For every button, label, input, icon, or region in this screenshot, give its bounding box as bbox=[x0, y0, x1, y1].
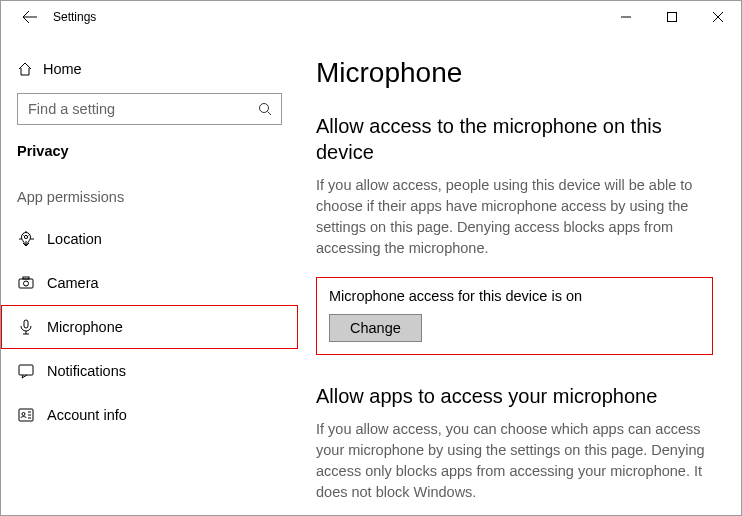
titlebar: Settings bbox=[1, 1, 741, 33]
svg-point-4 bbox=[24, 281, 29, 286]
settings-window: Settings Home bbox=[0, 0, 742, 516]
section-desc: If you allow access, people using this d… bbox=[316, 175, 713, 259]
home-label: Home bbox=[43, 61, 82, 77]
minimize-icon bbox=[621, 12, 631, 22]
sidebar: Home Privacy App permissions Location bbox=[1, 33, 298, 515]
window-controls bbox=[603, 1, 741, 33]
svg-rect-7 bbox=[19, 365, 33, 375]
device-access-status: Microphone access for this device is on bbox=[329, 288, 700, 304]
notifications-icon bbox=[17, 362, 47, 380]
search-input[interactable] bbox=[26, 100, 257, 118]
svg-point-9 bbox=[22, 413, 25, 416]
close-icon bbox=[713, 12, 723, 22]
body: Home Privacy App permissions Location bbox=[1, 33, 741, 515]
sidebar-item-label: Camera bbox=[47, 275, 99, 291]
section-allow-apps: Allow apps to access your microphone If … bbox=[316, 383, 713, 503]
svg-point-1 bbox=[260, 104, 269, 113]
section-allow-device: Allow access to the microphone on this d… bbox=[316, 113, 713, 355]
back-button[interactable] bbox=[15, 9, 45, 25]
sidebar-item-location[interactable]: Location bbox=[1, 217, 298, 261]
svg-rect-6 bbox=[24, 320, 28, 328]
microphone-icon bbox=[17, 318, 47, 336]
close-button[interactable] bbox=[695, 1, 741, 33]
sidebar-item-camera[interactable]: Camera bbox=[1, 261, 298, 305]
sidebar-item-notifications[interactable]: Notifications bbox=[1, 349, 298, 393]
app-title: Settings bbox=[53, 10, 96, 24]
change-button[interactable]: Change bbox=[329, 314, 422, 342]
camera-icon bbox=[17, 274, 47, 292]
svg-rect-0 bbox=[668, 13, 677, 22]
home-link[interactable]: Home bbox=[1, 51, 298, 87]
search-icon bbox=[257, 101, 273, 117]
sidebar-item-account-info[interactable]: Account info bbox=[1, 393, 298, 437]
search-wrap bbox=[17, 93, 282, 125]
svg-rect-3 bbox=[19, 279, 33, 288]
maximize-button[interactable] bbox=[649, 1, 695, 33]
section-desc: If you allow access, you can choose whic… bbox=[316, 419, 713, 503]
main-content: Microphone Allow access to the microphon… bbox=[298, 33, 741, 515]
sidebar-item-label: Account info bbox=[47, 407, 127, 423]
device-access-status-box: Microphone access for this device is on … bbox=[316, 277, 713, 355]
category-title: Privacy bbox=[1, 143, 298, 159]
search-box[interactable] bbox=[17, 93, 282, 125]
sidebar-item-label: Microphone bbox=[47, 319, 123, 335]
account-info-icon bbox=[17, 406, 47, 424]
back-arrow-icon bbox=[22, 9, 38, 25]
section-title: Allow apps to access your microphone bbox=[316, 383, 713, 409]
sidebar-item-label: Notifications bbox=[47, 363, 126, 379]
home-icon bbox=[17, 61, 43, 77]
maximize-icon bbox=[667, 12, 677, 22]
section-label: App permissions bbox=[1, 189, 298, 205]
svg-point-2 bbox=[24, 235, 27, 238]
page-title: Microphone bbox=[316, 57, 713, 89]
section-title: Allow access to the microphone on this d… bbox=[316, 113, 713, 165]
minimize-button[interactable] bbox=[603, 1, 649, 33]
location-icon bbox=[17, 230, 47, 248]
sidebar-item-label: Location bbox=[47, 231, 102, 247]
sidebar-item-microphone[interactable]: Microphone bbox=[1, 305, 298, 349]
svg-rect-5 bbox=[23, 277, 29, 279]
